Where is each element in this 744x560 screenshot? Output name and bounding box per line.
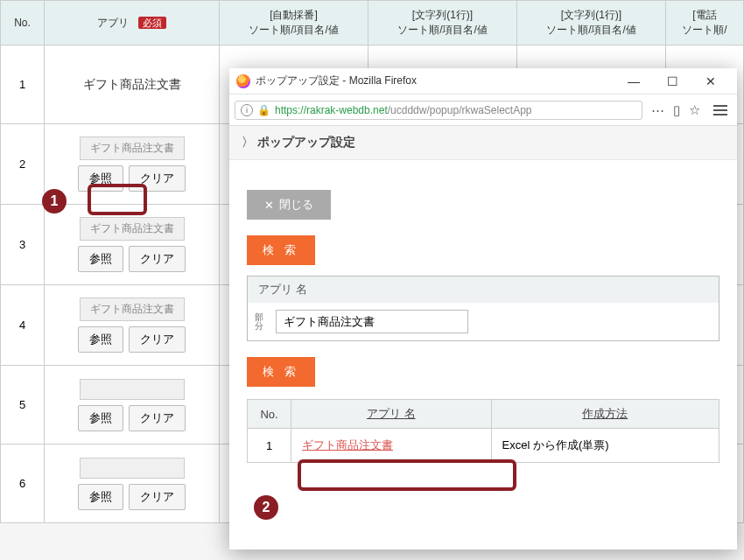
highlight-box-1 xyxy=(88,184,147,215)
header-no: No. xyxy=(1,1,45,46)
maximize-button[interactable]: ☐ xyxy=(653,69,691,94)
results-th-method[interactable]: 作成方法 xyxy=(491,400,719,429)
menu-button[interactable] xyxy=(709,105,732,116)
window-title: ポップアップ設定 - Mozilla Firefox xyxy=(256,74,614,88)
highlight-box-2 xyxy=(298,459,516,491)
results-table: No. アプリ 名 作成方法 1 ギフト商品注文書 Excel から作成(単票) xyxy=(247,399,719,463)
filter-box: アプリ 名 部分 xyxy=(247,276,719,341)
close-button[interactable]: ✕ 閉じる xyxy=(247,190,331,220)
bookmark-icon[interactable]: ☆ xyxy=(689,102,700,118)
header-str1: [文字列(1行)] ソート順/項目名/値 xyxy=(368,1,517,46)
address-bar: i 🔒 https://rakrak-webdb.net/ucdddw/popu… xyxy=(229,94,737,126)
breadcrumb: 〉ポップアップ設定 xyxy=(229,126,737,160)
app-readonly xyxy=(80,379,185,400)
results-row: 1 ギフト商品注文書 Excel から作成(単票) xyxy=(248,429,719,463)
browse-button[interactable]: 参照 xyxy=(78,326,123,353)
info-icon[interactable]: i xyxy=(241,104,253,116)
results-th-no[interactable]: No. xyxy=(248,400,291,429)
browse-button[interactable]: 参照 xyxy=(78,484,123,510)
browse-button[interactable]: 参照 xyxy=(78,246,123,272)
search-button-bottom[interactable]: 検 索 xyxy=(247,357,315,387)
header-tel: [電話 ソート順/ xyxy=(666,1,744,46)
chevron-right-icon: 〉 xyxy=(242,135,254,149)
callout-2: 2 xyxy=(254,495,278,520)
row1-app-name: ギフト商品注文書 xyxy=(50,77,214,93)
app-readonly xyxy=(80,458,185,479)
clear-button[interactable]: クリア xyxy=(129,246,186,272)
url-field[interactable]: i 🔒 https://rakrak-webdb.net/ucdddw/popu… xyxy=(235,101,642,120)
clear-button[interactable]: クリア xyxy=(129,326,186,353)
app-readonly: ギフト商品注文書 xyxy=(80,136,185,160)
search-button-top[interactable]: 検 索 xyxy=(247,235,315,265)
filter-header: アプリ 名 xyxy=(248,276,719,303)
header-autonum: [自動採番] ソート順/項目名/値 xyxy=(220,1,368,46)
clear-button[interactable]: クリア xyxy=(129,484,186,510)
close-window-button[interactable]: ✕ xyxy=(691,69,730,94)
clear-button[interactable]: クリア xyxy=(129,405,186,431)
app-name-input[interactable] xyxy=(276,310,468,333)
close-icon: ✕ xyxy=(264,199,274,212)
reader-icon[interactable]: ▯ xyxy=(673,102,680,118)
header-app: アプリ 必須 xyxy=(45,1,220,46)
browse-button[interactable]: 参照 xyxy=(78,405,123,431)
filter-match-label: 部分 xyxy=(255,313,270,331)
titlebar: ポップアップ設定 - Mozilla Firefox ― ☐ ✕ xyxy=(229,68,737,94)
minimize-button[interactable]: ― xyxy=(614,69,653,94)
result-app-link[interactable]: ギフト商品注文書 xyxy=(302,438,393,452)
callout-1: 1 xyxy=(42,189,67,214)
firefox-icon xyxy=(236,74,250,88)
app-readonly: ギフト商品注文書 xyxy=(80,217,185,241)
required-badge: 必須 xyxy=(138,17,166,29)
header-str2: [文字列(1行)] ソート順/項目名/値 xyxy=(517,1,666,46)
results-th-name[interactable]: アプリ 名 xyxy=(291,400,492,429)
app-readonly: ギフト商品注文書 xyxy=(80,298,185,321)
more-icon[interactable]: ⋯ xyxy=(651,102,664,118)
lock-icon: 🔒 xyxy=(257,104,270,116)
